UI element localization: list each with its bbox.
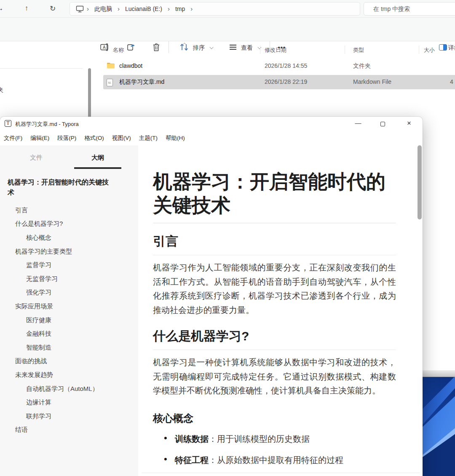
refresh-icon[interactable]: ↻ [48,4,57,13]
outline-item[interactable]: 自动机器学习（AutoML） [0,382,138,396]
file-name: 机器学习文章.md [119,78,164,86]
menu-item[interactable]: 视图(V) [112,131,131,145]
outline-item[interactable]: 监督学习 [0,258,138,272]
active-tab-underline [74,167,121,169]
column-header-size[interactable]: 大小 [424,46,435,54]
outline-item[interactable]: 未来发展趋势 [0,368,138,382]
file-row[interactable]: M↓机器学习文章.md2026/1/28 22:19Markdown File4 [103,75,455,89]
folder-icon [107,62,115,70]
outline-item[interactable]: 面临的挑战 [0,355,138,369]
editor-scrollbar[interactable] [418,145,422,219]
breadcrumb: ›此电脑›LucianaiB (E:)›tmp› [84,5,195,13]
bullet-desc: ：从原始数据中提取有用特征的过程 [209,455,343,465]
file-list-headers: 名称 修改日期 类型 大小 [0,42,455,57]
outline-item[interactable]: 边缘计算 [0,396,138,409]
typora-sidebar: 文件 大纲 机器学习：开启智能时代的关键技术引言什么是机器学习?核心概念机器学习… [0,145,138,476]
explorer-toolbar: ✂ A [0,18,455,41]
doc-bullet-item[interactable]: 训练数据：用于训练模型的历史数据 [153,433,396,445]
doc-h2-what-is-ml[interactable]: 什么是机器学习? [153,328,396,350]
typora-editor[interactable]: 机器学习：开启智能时代的关键技术 引言 机器学习作为人工智能领域的重要分支，正在… [138,145,423,476]
doc-bullet-list[interactable]: 训练数据：用于训练模型的历史数据特征工程：从原始数据中提取有用特征的过程模型：描… [153,433,396,476]
typora-window: T 机器学习文章.md - Typora — ✕ 文件(F)编辑(E)段落(P)… [0,117,423,476]
breadcrumb-chevron-icon: › [84,5,92,12]
column-separator[interactable] [345,45,345,54]
outline-item[interactable]: 医疗健康 [0,313,138,327]
outline-item[interactable]: 无监督学习 [0,272,138,286]
menu-item[interactable]: 帮助(H) [166,131,185,145]
doc-h2-intro[interactable]: 引言 [153,233,396,255]
sidebar-item[interactable]: 主文件夹 [0,85,84,96]
minimize-icon[interactable]: — [352,119,364,126]
file-type: 文件夹 [353,62,371,70]
doc-paragraph[interactable]: 机器学习是一种使计算机系统能够从数据中学习和改进的技术，无需明确编程即可完成特定… [153,356,396,398]
outline-item[interactable]: 强化学习 [0,286,138,300]
typora-app-icon: T [5,120,11,127]
sort-ascending-icon [183,43,186,46]
maximize-icon[interactable] [380,122,385,126]
this-pc-icon [76,5,84,13]
up-icon[interactable]: ↑ [22,4,31,13]
typora-titlebar[interactable]: T 机器学习文章.md - Typora — ✕ [0,117,423,131]
desktop-wallpaper [421,376,455,476]
outline-item[interactable]: 联邦学习 [0,409,138,423]
file-date: 2026/1/28 14:55 [265,62,307,69]
menu-item[interactable]: 编辑(E) [30,131,49,145]
address-bar[interactable]: ›此电脑›LucianaiB (E:)›tmp› [70,2,360,16]
menu-item[interactable]: 文件(F) [4,131,22,145]
menu-item[interactable]: 主题(T) [139,131,158,145]
breadcrumb-chevron-icon: › [187,5,195,12]
bullet-term: 训练数据 [175,434,209,444]
file-row[interactable]: clawdbot2026/1/28 14:55文件夹 [103,59,455,73]
column-separator[interactable] [260,45,260,54]
bullet-term: 特征工程 [175,455,209,465]
sidebar-divider [0,68,83,69]
sidebar-item-label: 主文件夹 [0,86,3,94]
file-size: 4 [450,78,453,85]
doc-h3-core-concepts[interactable]: 核心概念 [153,412,396,425]
typora-window-title: 机器学习文章.md - Typora [15,120,79,128]
search-placeholder: 在 tmp 中搜索 [373,5,410,13]
close-icon[interactable]: ✕ [404,120,414,126]
tab-outline[interactable]: 大纲 [74,154,121,162]
breadcrumb-item[interactable]: LucianaiB (E:) [123,5,165,12]
sidebar-scrollbar[interactable] [88,68,91,118]
breadcrumb-item[interactable]: tmp [173,5,187,12]
column-header-date[interactable]: 修改日期 [265,46,286,54]
doc-section-divider [142,473,420,473]
screen: → ↑ ↻ ›此电脑›LucianaiB (E:)›tmp› 在 tmp 中搜索… [0,0,455,476]
doc-title-h1[interactable]: 机器学习：开启智能时代的关键技术 [153,170,396,223]
doc-bullet-item[interactable]: 特征工程：从原始数据中提取有用特征的过程 [153,455,396,466]
outline-item[interactable]: 结语 [0,423,138,437]
menu-item[interactable]: 格式(O) [84,131,104,145]
markdown-file-icon: M↓ [107,78,115,86]
outline-item[interactable]: 引言 [0,203,138,217]
outline-item[interactable]: 智能制造 [0,341,138,355]
column-header-type[interactable]: 类型 [353,46,364,54]
tab-files[interactable]: 文件 [13,154,60,162]
typora-menubar: 文件(F)编辑(E)段落(P)格式(O)视图(V)主题(T)帮助(H) [0,131,423,145]
breadcrumb-chevron-icon: › [115,5,123,12]
column-separator[interactable] [419,45,419,54]
file-type: Markdown File [353,78,391,85]
forward-icon[interactable]: → [0,4,5,13]
outline-item-h1[interactable]: 机器学习：开启智能时代的关键技术 [0,177,117,198]
breadcrumb-chevron-icon: › [165,5,173,12]
bullet-desc: ：用于训练模型的历史数据 [209,434,310,444]
doc-paragraph[interactable]: 机器学习作为人工智能领域的重要分支，正在深刻改变我们的生活和工作方式。从智能手机… [153,261,396,317]
outline-item[interactable]: 核心概念 [0,231,138,245]
outline-item[interactable]: 机器学习的主要类型 [0,245,138,259]
file-name: clawdbot [119,62,142,69]
outline-item[interactable]: 实际应用场景 [0,300,138,313]
search-box[interactable]: 在 tmp 中搜索 [364,2,455,16]
breadcrumb-item[interactable]: 此电脑 [92,5,115,12]
outline-item[interactable]: 金融科技 [0,327,138,341]
outline-list: 机器学习：开启智能时代的关键技术引言什么是机器学习?核心概念机器学习的主要类型监… [0,177,138,437]
menu-item[interactable]: 段落(P) [57,131,76,145]
explorer-navigation-bar: → ↑ ↻ ›此电脑›LucianaiB (E:)›tmp› 在 tmp 中搜索 [0,0,455,18]
column-header-name[interactable]: 名称 [113,46,124,54]
outline-item[interactable]: 什么是机器学习? [0,217,138,231]
file-date: 2026/1/28 22:19 [265,78,307,85]
